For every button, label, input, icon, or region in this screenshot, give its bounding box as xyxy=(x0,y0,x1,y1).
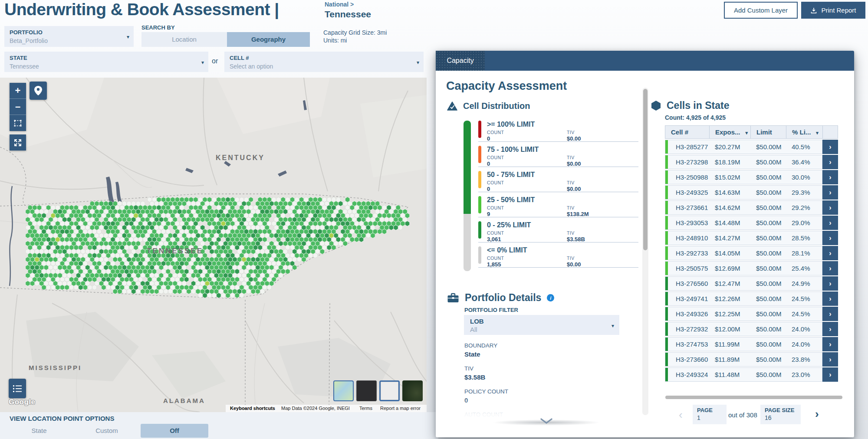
state-label: STATE xyxy=(10,55,203,61)
page-input[interactable]: PAGE 1 xyxy=(693,405,727,424)
page-size-label: PAGE SIZE xyxy=(765,407,796,413)
panel-vertical-scrollbar[interactable] xyxy=(642,88,648,415)
page-size-value: 16 xyxy=(765,414,796,421)
portfolio-details-header: Portfolio Details i xyxy=(447,292,554,304)
row-detail-button[interactable]: › xyxy=(822,352,838,367)
row-detail-button[interactable]: › xyxy=(822,292,838,306)
state-dropdown[interactable]: STATE Tennessee ▾ xyxy=(4,52,208,72)
exposure-value: $11.48M xyxy=(709,367,750,382)
scroll-fade xyxy=(439,396,640,421)
map-style-light-thumbnail-selected[interactable] xyxy=(379,380,400,401)
row-detail-button[interactable]: › xyxy=(822,155,838,169)
chevron-down-icon: ▾ xyxy=(612,323,614,329)
breadcrumb-national-link[interactable]: National > xyxy=(325,1,371,8)
tiv-kv: TIV$3.58B xyxy=(567,230,585,242)
column-header-4[interactable]: % Li...▾ xyxy=(786,125,822,139)
pct-limit-value: 29.3% xyxy=(786,185,822,200)
zoom-out-button[interactable]: – xyxy=(10,99,26,115)
triangle-check-icon xyxy=(447,102,457,111)
capacity-grid-info: Capacity Grid Size: 3mi Units: mi xyxy=(323,29,387,44)
chevron-down-icon xyxy=(540,418,553,424)
table-row: H3-273661 $14.62M $50.00M 29.2% › xyxy=(665,200,838,215)
cell-number-dropdown[interactable]: CELL # Select an option ▾ xyxy=(224,52,424,72)
expand-panel-chevron[interactable] xyxy=(540,418,553,426)
tab-capacity[interactable]: Capacity xyxy=(436,51,485,71)
scrollbar-thumb[interactable] xyxy=(643,89,648,250)
row-detail-button[interactable]: › xyxy=(822,276,838,291)
view-option-custom[interactable]: Custom xyxy=(73,424,141,438)
cells-table: Cell #Expos...▾Limit% Li...▾ H3-285277 $… xyxy=(665,124,838,383)
lob-dropdown[interactable]: LOB All ▾ xyxy=(464,315,619,335)
exposure-value: $12.25M xyxy=(709,307,750,321)
portfolio-dropdown[interactable]: PORTFOLIO Beta_Portfolio ▾ xyxy=(4,26,134,47)
limit-color-bar xyxy=(665,262,668,275)
tiv-kv: TIV$0.00 xyxy=(567,180,581,192)
google-logo: Google xyxy=(9,398,36,406)
map-data-text: Map Data ©2024 Google, INEGI xyxy=(281,406,350,411)
map-layers-button[interactable] xyxy=(9,379,26,398)
limit-value: $50.00M xyxy=(750,276,786,291)
cell-id: H3-249324 xyxy=(665,367,709,382)
limit-value: $50.00M xyxy=(750,322,786,336)
terms-link[interactable]: Terms xyxy=(359,406,372,411)
tiv-kv: TIV$0.00 xyxy=(567,130,581,142)
view-option-state[interactable]: State xyxy=(5,424,73,438)
print-report-button[interactable]: Print Report xyxy=(801,2,865,19)
row-detail-button[interactable]: › xyxy=(822,246,838,260)
search-by-tab-geography[interactable]: Geography xyxy=(227,32,310,47)
table-row: H3-293053 $14.48M $50.00M 29.0% › xyxy=(665,216,838,230)
previous-page-button[interactable]: ‹ xyxy=(679,408,683,422)
row-detail-button[interactable]: › xyxy=(822,216,838,230)
or-text: or xyxy=(212,57,218,65)
keyboard-shortcuts-link[interactable]: Keyboard shortcuts xyxy=(230,406,275,411)
search-by-tab-location[interactable]: Location xyxy=(141,32,227,47)
pct-limit-value: 28.1% xyxy=(786,246,822,260)
map-style-terrain-thumbnail[interactable] xyxy=(333,380,354,401)
limit-color-bar xyxy=(665,186,668,199)
exposure-value: $14.27M xyxy=(709,231,750,245)
cell-id: H3-273661 xyxy=(665,200,709,215)
cell-id: H3-292733 xyxy=(665,246,709,260)
limit-value: $50.00M xyxy=(750,216,786,230)
map-style-dark-thumbnail[interactable] xyxy=(356,380,377,401)
map-canvas[interactable]: KENTUCKYTENNESSEEMISSISSIPPIALABAMA + – xyxy=(0,78,427,412)
cell-number-placeholder: Select an option xyxy=(230,63,418,70)
view-option-off[interactable]: Off xyxy=(141,424,208,438)
marquee-select-button[interactable] xyxy=(10,115,26,131)
row-detail-button[interactable]: › xyxy=(822,307,838,321)
row-detail-button[interactable]: › xyxy=(822,200,838,215)
row-detail-button[interactable]: › xyxy=(822,367,838,382)
row-detail-button[interactable]: › xyxy=(822,170,838,184)
next-page-button[interactable]: › xyxy=(815,407,819,421)
pagination: ‹ PAGE 1 out of 308 PAGE SIZE 16 › xyxy=(665,405,840,426)
layers-list-icon xyxy=(13,384,22,393)
page-size-input[interactable]: PAGE SIZE 16 xyxy=(760,405,801,424)
limit-color-bar xyxy=(665,201,668,214)
distribution-item: <= 0% LIMIT COUNT1,855 TIV$0.00 xyxy=(478,242,638,268)
map-style-satellite-thumbnail[interactable] xyxy=(402,380,423,401)
table-horizontal-scrollbar[interactable] xyxy=(665,396,842,399)
row-detail-button[interactable]: › xyxy=(822,231,838,245)
column-header-2[interactable]: Expos...▾ xyxy=(709,125,750,139)
distribution-list: >= 100% LIMIT COUNT0 TIV$0.00 75 - 100% … xyxy=(478,117,638,268)
distribution-item: 25 - 50% LIMIT COUNT9 TIV$138.2M xyxy=(478,192,638,217)
portfolio-field-tiv: TIV$3.58B xyxy=(464,365,621,381)
exposure-value: $14.48M xyxy=(709,216,750,230)
row-detail-button[interactable]: › xyxy=(822,261,838,275)
row-detail-button[interactable]: › xyxy=(822,337,838,351)
cells-table-header-row: Cell #Expos...▾Limit% Li...▾ xyxy=(665,125,838,139)
location-pin-button[interactable] xyxy=(30,82,47,100)
row-detail-button[interactable]: › xyxy=(822,185,838,200)
report-map-error-link[interactable]: Report a map error xyxy=(380,406,421,411)
limit-color-bar xyxy=(665,231,668,245)
exposure-value: $14.05M xyxy=(709,246,750,260)
add-custom-layer-button[interactable]: Add Custom Layer xyxy=(724,2,798,19)
zoom-in-button[interactable]: + xyxy=(10,83,26,99)
summary-bar-segment xyxy=(464,121,471,214)
limit-color-bar xyxy=(665,277,668,290)
table-row: H3-272932 $12.00M $50.00M 24.0% › xyxy=(665,322,838,336)
info-icon[interactable]: i xyxy=(547,294,554,301)
row-detail-button[interactable]: › xyxy=(822,140,838,154)
row-detail-button[interactable]: › xyxy=(822,322,838,336)
fullscreen-button[interactable] xyxy=(10,134,26,151)
